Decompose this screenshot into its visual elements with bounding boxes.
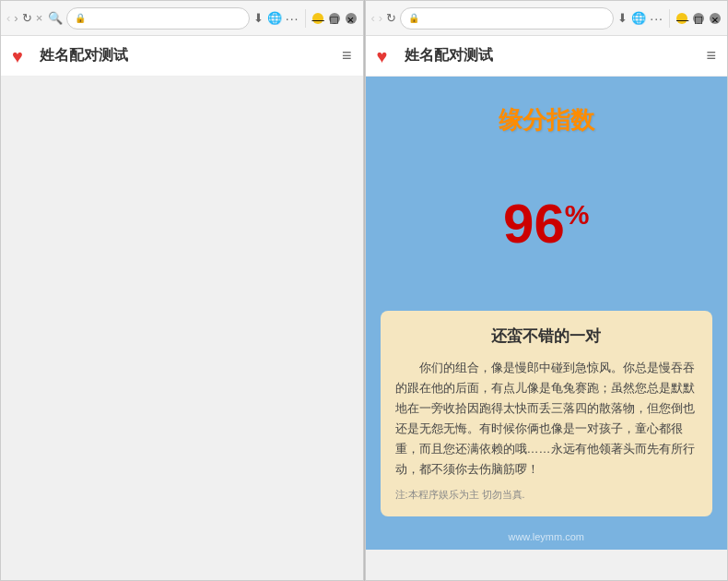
close-tab-left[interactable]: × — [36, 11, 43, 25]
result-card-note: 注:本程序娱乐为主 切勿当真. — [395, 488, 699, 502]
result-card: 还蛮不错的一对 你们的组合，像是慢郎中碰到急惊风。你总是慢吞吞的跟在他的后面，有… — [381, 311, 713, 516]
separator-right — [669, 9, 670, 28]
right-browser-content: ♥ 姓名配对测试 ≡ 缘分指数 96 % 还蛮不错的一对 你们的组合，像是慢郎中… — [366, 36, 728, 580]
right-watermark: www.leymm.com — [508, 531, 584, 542]
maximize-left[interactable]: □ — [329, 13, 340, 24]
lock-icon-right: 🔒 — [408, 13, 419, 23]
maximize-right[interactable]: □ — [693, 13, 704, 24]
close-right[interactable]: × — [710, 13, 721, 24]
left-browser-content: ♥ 姓名配对测试 ≡ — [1, 36, 363, 580]
left-app-title: 姓名配对测试 — [40, 46, 128, 65]
download-btn-left[interactable]: ⬇ — [253, 11, 264, 25]
globe-btn-right[interactable]: 🌐 — [631, 11, 646, 25]
separator-left — [305, 9, 306, 28]
percentage-number: 96 — [503, 192, 565, 255]
refresh-btn-right[interactable]: ↻ — [386, 11, 396, 25]
menu-btn-left[interactable]: ··· — [286, 11, 299, 26]
left-app-logo: ♥ — [12, 46, 32, 66]
result-card-title: 还蛮不错的一对 — [395, 326, 699, 347]
left-browser: ‹ › ↻ × 🔍 🔒 ⬇ 🌐 ··· — □ × ♥ 姓名配对测试 ≡ — [0, 0, 364, 581]
right-browser: ‹ › ↻ 🔒 ⬇ 🌐 ··· — □ × ♥ 姓名配对测试 ≡ 缘分指数 96… — [365, 0, 729, 581]
download-btn-right[interactable]: ⬇ — [617, 11, 628, 25]
search-icon-left[interactable]: 🔍 — [48, 11, 63, 25]
address-bar-right[interactable]: 🔒 — [400, 7, 614, 30]
right-app-title: 姓名配对测试 — [405, 46, 493, 65]
left-app-header: ♥ 姓名配对测试 ≡ — [1, 36, 363, 77]
right-menu-icon[interactable]: ≡ — [706, 46, 716, 65]
right-app-logo: ♥ — [377, 46, 397, 66]
back-btn-right[interactable]: ‹ — [371, 11, 375, 25]
right-app-header: ♥ 姓名配对测试 ≡ — [366, 36, 728, 77]
minimize-left[interactable]: — — [312, 13, 323, 24]
result-card-body: 你们的组合，像是慢郎中碰到急惊风。你总是慢吞吞的跟在他的后面，有点儿像是龟兔赛跑… — [395, 358, 699, 480]
percentage-container: 96 % — [503, 192, 589, 255]
back-btn-left[interactable]: ‹ — [6, 11, 10, 25]
percentage-sign: % — [565, 199, 590, 231]
right-toolbar: ‹ › ↻ 🔒 ⬇ 🌐 ··· — □ × — [366, 1, 728, 36]
address-bar-left[interactable]: 🔒 — [66, 7, 250, 30]
refresh-btn-left[interactable]: ↻ — [22, 11, 32, 25]
lock-icon-left: 🔒 — [75, 13, 86, 23]
forward-btn-left[interactable]: › — [14, 11, 18, 25]
result-section-title: 缘分指数 — [499, 104, 594, 136]
globe-btn-left[interactable]: 🌐 — [267, 11, 282, 25]
left-toolbar: ‹ › ↻ × 🔍 🔒 ⬇ 🌐 ··· — □ × — [1, 1, 363, 36]
close-left[interactable]: × — [346, 13, 357, 24]
forward-btn-right[interactable]: › — [379, 11, 382, 25]
left-menu-icon[interactable]: ≡ — [342, 46, 352, 65]
menu-btn-right[interactable]: ··· — [650, 11, 663, 26]
minimize-right[interactable]: — — [676, 13, 687, 24]
result-panel: 缘分指数 96 % 还蛮不错的一对 你们的组合，像是慢郎中碰到急惊风。你总是慢吞… — [366, 77, 728, 550]
